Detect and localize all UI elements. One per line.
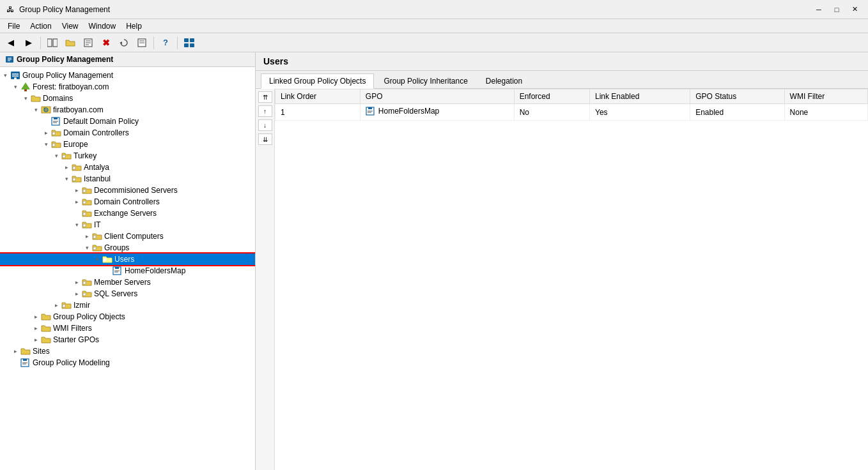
tree-item-group-policy-objects[interactable]: ▸Group Policy Objects xyxy=(0,311,255,322)
expand-icon-domains[interactable]: ▾ xyxy=(20,93,31,103)
tree-item-domains[interactable]: ▾Domains xyxy=(0,93,255,104)
folder-button[interactable] xyxy=(62,35,79,50)
tree-item-decommissioned-servers[interactable]: ▸Decommisioned Servers xyxy=(0,185,255,196)
tree-item-member-servers[interactable]: ▸Member Servers xyxy=(0,277,255,288)
col-header-enforced[interactable]: Enforced xyxy=(514,89,589,104)
menu-view[interactable]: View xyxy=(57,20,84,32)
expand-icon-antalya[interactable]: ▸ xyxy=(61,162,72,172)
expand-icon-decommissioned-servers[interactable]: ▸ xyxy=(72,185,82,195)
delete-button[interactable]: ✖ xyxy=(98,35,114,50)
expand-icon-sql-servers[interactable]: ▸ xyxy=(72,289,82,299)
sort-bottom-button[interactable]: ⇊ xyxy=(258,133,272,145)
back-button[interactable]: ◀ xyxy=(3,35,19,50)
tree-item-gpm-root[interactable]: ▾Group Policy Management xyxy=(0,70,255,81)
expand-icon-domain-controllers[interactable]: ▸ xyxy=(72,197,82,207)
sort-down-button[interactable]: ↓ xyxy=(258,119,272,131)
tree-item-homefoldersmap[interactable]: HomeFoldersMap xyxy=(0,265,255,277)
show-tree-button[interactable] xyxy=(44,35,61,50)
tree-item-groups[interactable]: ▾Groups xyxy=(0,242,255,254)
expand-icon-turkey[interactable]: ▾ xyxy=(51,151,61,161)
close-button[interactable]: ✕ xyxy=(846,3,863,16)
table-cell-0-5: None xyxy=(784,104,867,121)
table-row-0[interactable]: 1HomeFoldersMapNoYesEnabledNone xyxy=(275,104,868,121)
app-title: Group Policy Management xyxy=(19,5,810,14)
expand-icon-wmi-filters[interactable]: ▸ xyxy=(31,323,41,333)
tree-item-exchange-servers[interactable]: Exchange Servers xyxy=(0,208,255,219)
tree-item-antalya[interactable]: ▸Antalya xyxy=(0,162,255,173)
tree-item-sql-servers[interactable]: ▸SQL Servers xyxy=(0,288,255,299)
refresh-button[interactable] xyxy=(116,35,132,50)
tree-item-wmi-filters[interactable]: ▸WMI Filters xyxy=(0,322,255,334)
tree-item-izmir[interactable]: ▸Izmir xyxy=(0,299,255,311)
tree-label-firatboyan: firatboyan.com xyxy=(53,105,104,114)
tree-item-istanbul[interactable]: ▾Istanbul xyxy=(0,173,255,185)
expand-icon-it[interactable]: ▾ xyxy=(72,220,82,230)
tree-scroll[interactable]: ▾Group Policy Management▾Forest: firatbo… xyxy=(0,67,255,470)
menu-file[interactable]: File xyxy=(3,20,25,32)
expand-icon-europe[interactable]: ▾ xyxy=(41,139,51,149)
tree-item-it[interactable]: ▾IT xyxy=(0,219,255,231)
expand-icon-forest[interactable]: ▾ xyxy=(10,82,20,92)
menu-bar: File Action View Window Help xyxy=(0,19,868,33)
menu-help[interactable]: Help xyxy=(121,20,147,32)
tree-label-sites: Sites xyxy=(33,347,50,356)
tree-item-domain-controllers[interactable]: ▸Domain Controllers xyxy=(0,196,255,208)
col-header-link-order[interactable]: Link Order xyxy=(275,89,360,104)
tree-item-domain-controllers-top[interactable]: ▸Domain Controllers xyxy=(0,127,255,139)
tree-label-homefoldersmap: HomeFoldersMap xyxy=(125,266,185,275)
export-button[interactable] xyxy=(134,35,150,50)
col-header-wmi-filter[interactable]: WMI Filter xyxy=(784,89,867,104)
expand-icon-group-policy-objects[interactable]: ▸ xyxy=(31,312,41,322)
tree-label-domains: Domains xyxy=(43,94,73,103)
restore-button[interactable]: □ xyxy=(828,3,845,16)
expand-icon-istanbul[interactable]: ▾ xyxy=(61,174,72,184)
expand-icon-member-servers[interactable]: ▸ xyxy=(72,277,82,287)
expand-icon-starter-gpos[interactable]: ▸ xyxy=(31,335,41,345)
tree-item-turkey[interactable]: ▾Turkey xyxy=(0,150,255,162)
tree-item-client-computers[interactable]: ▸Client Computers xyxy=(0,231,255,242)
mmc-button[interactable] xyxy=(181,35,198,50)
expand-icon-gpm-root[interactable]: ▾ xyxy=(0,70,10,80)
tree-item-sites[interactable]: ▸Sites xyxy=(0,345,255,357)
expand-icon-izmir[interactable]: ▸ xyxy=(51,300,61,310)
svg-rect-44 xyxy=(104,259,106,261)
table-cell-0-3: Yes xyxy=(590,104,690,121)
help-button[interactable]: ? xyxy=(157,35,174,50)
expand-icon-users[interactable]: ▾ xyxy=(92,254,102,264)
expand-icon-client-computers[interactable]: ▸ xyxy=(82,231,92,241)
data-table-wrapper[interactable]: Link OrderGPOEnforcedLink EnabledGPO Sta… xyxy=(275,89,868,470)
toolbar-separator-1 xyxy=(40,36,41,49)
ou-icon-antalya xyxy=(72,162,82,172)
tree-label-starter-gpos: Starter GPOs xyxy=(53,335,99,344)
main-container: Group Policy Management ▾Group Policy Ma… xyxy=(0,52,868,470)
tree-item-default-domain-policy[interactable]: Default Domain Policy xyxy=(0,116,255,127)
table-cell-0-4: Enabled xyxy=(690,104,784,121)
expand-icon-groups[interactable]: ▾ xyxy=(82,243,92,253)
tree-item-group-policy-modeling[interactable]: Group Policy Modeling xyxy=(0,357,255,368)
expand-icon-sites[interactable]: ▸ xyxy=(10,346,20,356)
expand-icon-firatboyan[interactable]: ▾ xyxy=(31,105,41,115)
tree-item-firatboyan[interactable]: ▾firatboyan.com xyxy=(0,104,255,116)
col-header-link-enabled[interactable]: Link Enabled xyxy=(590,89,690,104)
tab-linked-gpo[interactable]: Linked Group Policy Objects xyxy=(261,73,374,89)
ou-icon-it xyxy=(82,220,92,230)
col-header-gpo-status[interactable]: GPO Status xyxy=(690,89,784,104)
sort-up-button[interactable]: ↑ xyxy=(258,105,272,117)
menu-action[interactable]: Action xyxy=(25,20,56,32)
col-header-gpo[interactable]: GPO xyxy=(360,89,514,104)
expand-icon-domain-controllers-top[interactable]: ▸ xyxy=(41,128,51,138)
tree-item-users[interactable]: ▾Users xyxy=(0,254,255,265)
tab-gp-inheritance[interactable]: Group Policy Inheritance xyxy=(375,73,476,88)
forward-button[interactable]: ▶ xyxy=(20,35,37,50)
sort-top-button[interactable]: ⇈ xyxy=(258,91,272,103)
left-panel-header: Group Policy Management xyxy=(0,52,255,67)
tree-item-starter-gpos[interactable]: ▸Starter GPOs xyxy=(0,334,255,345)
tree-item-europe[interactable]: ▾Europe xyxy=(0,139,255,150)
menu-window[interactable]: Window xyxy=(84,20,121,32)
properties-button[interactable] xyxy=(80,35,97,50)
tab-delegation[interactable]: Delegation xyxy=(477,73,531,88)
minimize-button[interactable]: ─ xyxy=(810,3,827,16)
tree-item-forest[interactable]: ▾Forest: firatboyan.com xyxy=(0,81,255,93)
svg-rect-10 xyxy=(184,38,189,42)
tree-label-default-domain-policy: Default Domain Policy xyxy=(63,117,139,126)
